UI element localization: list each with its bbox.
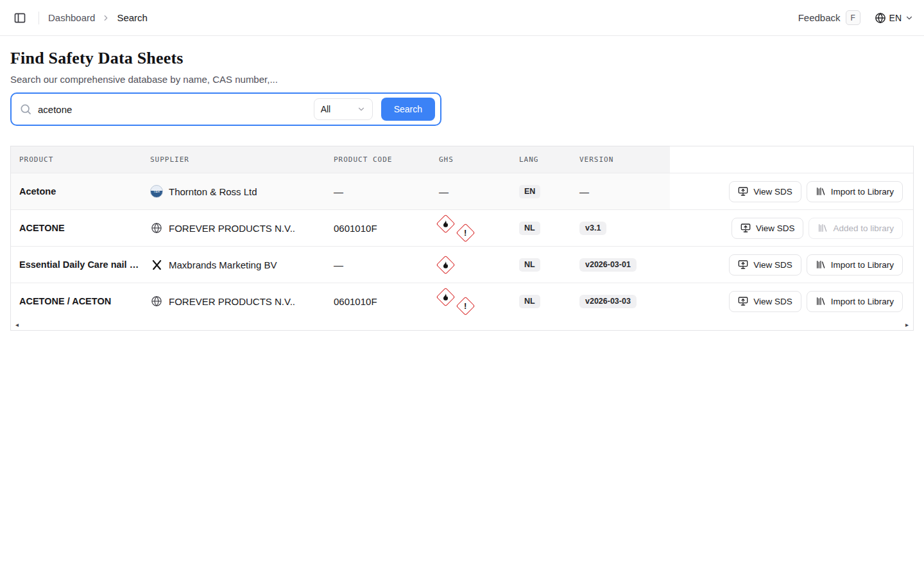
- version-cell: v2026-03-01: [572, 247, 670, 283]
- ghs-cell: !: [429, 283, 513, 319]
- category-select-value: All: [321, 104, 331, 114]
- search-input[interactable]: [38, 104, 308, 115]
- lang-badge: EN: [519, 185, 540, 198]
- lang-cell: NL: [513, 210, 572, 246]
- page-head: Find Safety Data Sheets Search our compr…: [0, 36, 924, 85]
- ghs-cell: —: [429, 173, 513, 209]
- column-header-product-code: PRODUCT CODE: [325, 146, 429, 173]
- supplier-name: Maxbrands Marketing BV: [169, 259, 277, 270]
- supplier-cell: Maxbrands Marketing BV: [140, 247, 325, 283]
- library-icon: [817, 223, 828, 233]
- supplier-name: FOREVER PRODUCTS N.V..: [169, 223, 295, 234]
- breadcrumb: Dashboard Search: [48, 12, 148, 23]
- breadcrumb-dashboard[interactable]: Dashboard: [48, 12, 95, 23]
- table-row[interactable]: Acetone T&R Thornton & Ross Ltd — — EN —…: [11, 173, 913, 209]
- horizontal-scrollbar[interactable]: ◂ ▸: [11, 319, 913, 330]
- ghs-cell: !: [429, 210, 513, 246]
- maxbrands-x-logo-icon: [150, 258, 163, 271]
- library-icon: [816, 259, 826, 270]
- supplier-name: Thornton & Ross Ltd: [169, 186, 257, 197]
- view-sds-button[interactable]: View SDS: [729, 181, 801, 202]
- lang-cell: NL: [513, 283, 572, 319]
- version-badge: v3.1: [579, 222, 606, 235]
- ghs-pictograms: —: [439, 186, 449, 197]
- column-header-version: VERSION: [572, 146, 670, 173]
- lang-badge: NL: [519, 258, 540, 272]
- product-cell: Essential Daily Care nail …: [11, 247, 140, 283]
- actions-cell: View SDS Import to Library: [670, 283, 913, 319]
- import-to-library-button[interactable]: Import to Library: [807, 291, 903, 312]
- table-row[interactable]: ACETONE FOREVER PRODUCTS N.V.. 0601010F …: [11, 209, 913, 246]
- scroll-right-arrow-icon[interactable]: ▸: [905, 322, 909, 328]
- ghs-pictograms: !: [439, 217, 472, 240]
- thornton-ross-logo-icon: T&R: [150, 185, 163, 198]
- table-row[interactable]: ACETONE / ACETON FOREVER PRODUCTS N.V.. …: [11, 283, 913, 319]
- topbar-right: Feedback F EN: [798, 10, 914, 25]
- feedback-shortcut-badge: F: [846, 10, 860, 25]
- supplier-cell: T&R Thornton & Ross Ltd: [140, 173, 325, 209]
- view-sds-button[interactable]: View SDS: [729, 291, 801, 312]
- column-header-product: PRODUCT: [11, 146, 140, 173]
- column-header-supplier: SUPPLIER: [140, 146, 325, 173]
- product-code-cell: —: [325, 247, 429, 283]
- version-badge: v2026-03-03: [579, 295, 637, 308]
- version-cell: —: [572, 173, 670, 209]
- supplier-cell: FOREVER PRODUCTS N.V..: [140, 283, 325, 319]
- lang-cell: NL: [513, 247, 572, 283]
- page-subtitle: Search our comprehensive database by nam…: [10, 74, 914, 85]
- import-to-library-button[interactable]: Import to Library: [807, 181, 903, 202]
- globe-icon: [150, 295, 163, 308]
- globe-icon: [150, 222, 163, 234]
- monitor-up-icon: [738, 259, 748, 270]
- ghs-cell: [429, 247, 513, 283]
- scroll-left-arrow-icon[interactable]: ◂: [15, 322, 19, 328]
- product-cell: Acetone: [11, 173, 140, 209]
- search-button[interactable]: Search: [381, 98, 435, 121]
- monitor-up-icon: [738, 186, 748, 197]
- feedback-button[interactable]: Feedback: [798, 12, 841, 23]
- language-switcher[interactable]: EN: [875, 12, 914, 24]
- globe-icon: [875, 12, 886, 24]
- library-icon: [816, 296, 826, 306]
- ghs-flame-icon: [436, 214, 456, 233]
- supplier-name: FOREVER PRODUCTS N.V..: [169, 296, 295, 307]
- library-icon: [816, 186, 826, 197]
- chevron-right-icon: [101, 13, 110, 22]
- category-select[interactable]: All: [314, 98, 373, 120]
- search-icon: [19, 103, 32, 116]
- page-title: Find Safety Data Sheets: [10, 49, 914, 68]
- lang-badge: NL: [519, 295, 540, 308]
- panel-left-icon: [13, 12, 26, 24]
- language-label: EN: [889, 13, 902, 23]
- ghs-exclamation-icon: !: [456, 223, 475, 242]
- breadcrumb-search: Search: [117, 12, 148, 23]
- product-cell: ACETONE: [11, 210, 140, 246]
- product-code-cell: —: [325, 173, 429, 209]
- view-sds-button[interactable]: View SDS: [732, 218, 804, 239]
- version-cell: v3.1: [572, 210, 670, 246]
- sds-results-table: PRODUCT SUPPLIER PRODUCT CODE GHS LANG V…: [10, 146, 914, 331]
- import-to-library-button[interactable]: Import to Library: [807, 254, 903, 276]
- column-header-actions: [670, 146, 913, 173]
- added-to-library-button[interactable]: Added to library: [809, 218, 903, 239]
- ghs-exclamation-icon: !: [456, 296, 475, 315]
- product-code-cell: 0601010F: [325, 210, 429, 246]
- sidebar-toggle-button[interactable]: [10, 8, 30, 28]
- search-bar: All Search: [10, 92, 441, 126]
- monitor-up-icon: [740, 223, 751, 233]
- actions-cell: View SDS Import to Library: [670, 173, 913, 209]
- version-cell: v2026-03-03: [572, 283, 670, 319]
- lang-cell: EN: [513, 173, 572, 209]
- product-code-cell: 0601010F: [325, 283, 429, 319]
- actions-cell: View SDS Added to library: [670, 210, 913, 246]
- supplier-cell: FOREVER PRODUCTS N.V..: [140, 210, 325, 246]
- topbar-divider: [38, 12, 39, 24]
- ghs-pictograms: !: [439, 290, 472, 313]
- chevron-down-icon: [905, 13, 914, 22]
- product-cell: ACETONE / ACETON: [11, 283, 140, 319]
- column-header-ghs: GHS: [429, 146, 513, 173]
- ghs-flame-icon: [436, 255, 456, 274]
- ghs-pictograms: [439, 258, 452, 272]
- view-sds-button[interactable]: View SDS: [729, 254, 801, 276]
- table-row[interactable]: Essential Daily Care nail … Maxbrands Ma…: [11, 246, 913, 283]
